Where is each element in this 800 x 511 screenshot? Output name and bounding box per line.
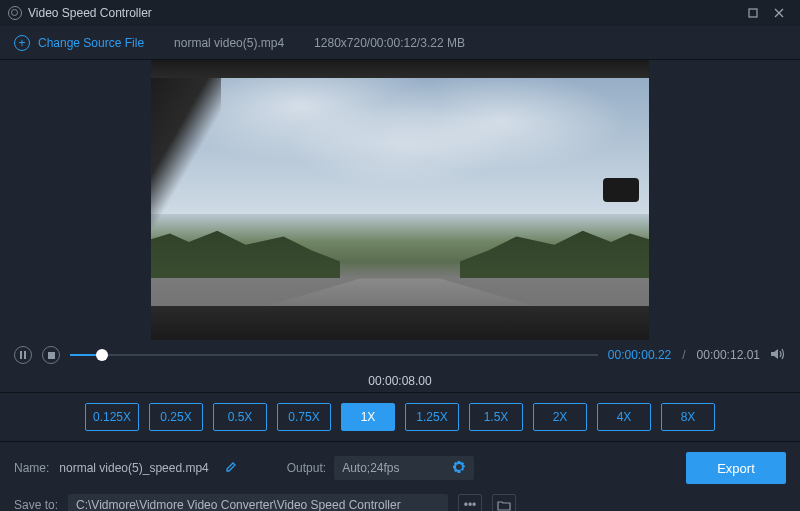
speed-option-0.5x[interactable]: 0.5X bbox=[213, 403, 267, 431]
output-value: Auto;24fps bbox=[342, 461, 399, 475]
change-source-button[interactable]: + Change Source File bbox=[14, 35, 144, 51]
svg-rect-3 bbox=[20, 351, 22, 359]
export-label: Export bbox=[717, 461, 755, 476]
video-preview[interactable] bbox=[151, 60, 649, 340]
gear-icon[interactable] bbox=[452, 460, 466, 477]
edit-name-button[interactable] bbox=[225, 461, 237, 476]
speed-option-1.25x[interactable]: 1.25X bbox=[405, 403, 459, 431]
speed-option-2x[interactable]: 2X bbox=[533, 403, 587, 431]
center-timecode: 00:00:08.00 bbox=[0, 370, 800, 392]
app-logo-icon bbox=[8, 6, 22, 20]
output-label: Output: bbox=[287, 461, 326, 475]
svg-point-6 bbox=[457, 465, 461, 469]
close-button[interactable] bbox=[766, 3, 792, 23]
name-label: Name: bbox=[14, 461, 49, 475]
speed-option-1.5x[interactable]: 1.5X bbox=[469, 403, 523, 431]
seek-thumb[interactable] bbox=[96, 349, 108, 361]
name-value: normal video(5)_speed.mp4 bbox=[59, 461, 208, 475]
titlebar: Video Speed Controller bbox=[0, 0, 800, 26]
speed-option-4x[interactable]: 4X bbox=[597, 403, 651, 431]
source-metadata: 1280x720/00:00:12/3.22 MB bbox=[314, 36, 465, 50]
time-current: 00:00:00.22 bbox=[608, 348, 671, 362]
volume-button[interactable] bbox=[770, 347, 786, 364]
stop-button[interactable] bbox=[42, 346, 60, 364]
speed-selector: 0.125X0.25X0.5X0.75X1X1.25X1.5X2X4X8X bbox=[0, 392, 800, 442]
plus-icon: + bbox=[14, 35, 30, 51]
export-button[interactable]: Export bbox=[686, 452, 786, 484]
save-path-field[interactable]: C:\Vidmore\Vidmore Video Converter\Video… bbox=[68, 494, 448, 511]
speed-option-0.75x[interactable]: 0.75X bbox=[277, 403, 331, 431]
speed-option-8x[interactable]: 8X bbox=[661, 403, 715, 431]
svg-rect-0 bbox=[749, 9, 757, 17]
output-format-select[interactable]: Auto;24fps bbox=[334, 456, 474, 480]
seek-slider[interactable] bbox=[70, 354, 598, 356]
time-separator: / bbox=[682, 348, 685, 362]
source-filename: normal video(5).mp4 bbox=[174, 36, 284, 50]
speed-option-1x[interactable]: 1X bbox=[341, 403, 395, 431]
save-path-value: C:\Vidmore\Vidmore Video Converter\Video… bbox=[76, 498, 401, 511]
open-folder-button[interactable] bbox=[492, 494, 516, 511]
browse-button[interactable]: ••• bbox=[458, 494, 482, 511]
pause-button[interactable] bbox=[14, 346, 32, 364]
source-bar: + Change Source File normal video(5).mp4… bbox=[0, 26, 800, 60]
window-title: Video Speed Controller bbox=[28, 6, 152, 20]
change-source-label: Change Source File bbox=[38, 36, 144, 50]
save-to-label: Save to: bbox=[14, 498, 58, 511]
preview-area bbox=[0, 60, 800, 340]
speed-option-0.25x[interactable]: 0.25X bbox=[149, 403, 203, 431]
time-total: 00:00:12.01 bbox=[697, 348, 760, 362]
svg-rect-5 bbox=[48, 352, 55, 359]
svg-rect-4 bbox=[24, 351, 26, 359]
footer: Name: normal video(5)_speed.mp4 Output: … bbox=[0, 442, 800, 511]
playback-controls: 00:00:00.22/00:00:12.01 bbox=[0, 340, 800, 370]
speed-option-0.125x[interactable]: 0.125X bbox=[85, 403, 139, 431]
maximize-button[interactable] bbox=[740, 3, 766, 23]
